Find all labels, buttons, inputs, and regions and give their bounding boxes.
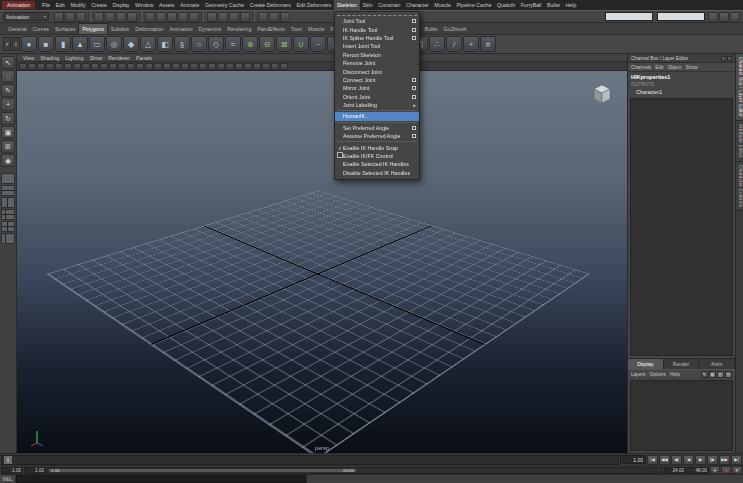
lasso-tool-icon[interactable]: ◌ [1, 70, 15, 83]
viewport-toolbar-icon[interactable] [37, 63, 45, 70]
viewport-toolbar-icon[interactable] [109, 63, 117, 70]
option-box-icon[interactable] [412, 36, 416, 40]
menu-furryball[interactable]: FurryBall [518, 0, 544, 10]
select-hierarchy-icon[interactable] [94, 12, 104, 22]
option-box-icon[interactable] [412, 86, 416, 90]
panel-menu-renderer[interactable]: Renderer [105, 55, 133, 61]
snap-grid-icon[interactable] [145, 12, 155, 22]
shelf-tab-bullet[interactable]: Bullet [422, 24, 441, 34]
viewport-toolbar-icon[interactable] [46, 63, 54, 70]
shelf-tab-surfaces[interactable]: Surfaces [52, 24, 78, 34]
shelf-menu-icon[interactable]: ≡ [12, 37, 20, 51]
menu-file[interactable]: File [39, 0, 53, 10]
viewport-toolbar-icon[interactable] [136, 63, 144, 70]
append-polygon-tool-icon[interactable]: + [463, 36, 479, 52]
animation-start-field[interactable] [1, 467, 23, 474]
select-asset-icon[interactable] [127, 12, 137, 22]
menu-skin[interactable]: Skin [360, 0, 376, 10]
panel-menu-panels[interactable]: Panels [133, 55, 155, 61]
layer-editor-tab-anim[interactable]: Anim [699, 359, 735, 369]
layer-menu-options[interactable]: Options [649, 372, 666, 377]
menu-geometry-cache[interactable]: Geometry Cache [202, 0, 247, 10]
panel-menu-view[interactable]: View [20, 55, 37, 61]
viewport-toolbar-icon[interactable] [199, 63, 207, 70]
menu-animate[interactable]: Animate [177, 0, 202, 10]
panel-menu-icon[interactable] [727, 56, 732, 61]
menu-pipeline-cache[interactable]: Pipeline Cache [454, 0, 495, 10]
option-box-icon[interactable] [412, 134, 416, 138]
menu-constrain[interactable]: Constrain [375, 0, 403, 10]
poly-combine-icon[interactable]: ⊕ [242, 36, 258, 52]
skeleton-menu-item-insert-joint-tool[interactable]: Insert Joint Tool [335, 42, 419, 50]
time-slider[interactable]: 1 [1, 455, 619, 465]
shelf-tab-rendering[interactable]: Rendering [224, 24, 254, 34]
layout-three-split-button[interactable] [1, 209, 15, 220]
skeleton-menu-item-enable-ik-handle-snap[interactable]: ✓Enable IK Handle Snap [335, 143, 419, 151]
snap-view-plane-icon[interactable] [178, 12, 188, 22]
poly-cube-icon[interactable]: ■ [38, 36, 54, 52]
soft-modification-tool-icon[interactable]: ◉ [1, 154, 15, 167]
skeleton-menu-item-ik-handle-tool[interactable]: IK Handle Tool [335, 25, 419, 33]
poly-torus-icon[interactable]: ◎ [106, 36, 122, 52]
boolean-difference-icon[interactable]: − [310, 36, 326, 52]
skeleton-menu-item-reroot-skeleton[interactable]: Reroot Skeleton [335, 51, 419, 59]
step-back-frame-button[interactable]: ◀| [671, 455, 682, 465]
shelf-tab-polygons[interactable]: Polygons [78, 23, 107, 34]
poly-sphere-icon[interactable]: ● [21, 36, 37, 52]
viewport-toolbar-icon[interactable] [100, 63, 108, 70]
quick-select-icon[interactable] [258, 12, 268, 22]
panel-menu-show[interactable]: Show [86, 55, 105, 61]
side-tab-channel-box-layer-editor[interactable]: Channel Box / Layer Editor [736, 54, 743, 121]
select-component-icon[interactable] [116, 12, 126, 22]
poly-extract-icon[interactable]: ⊠ [276, 36, 292, 52]
construction-history-icon[interactable] [207, 12, 217, 22]
viewport-toolbar-icon[interactable] [91, 63, 99, 70]
move-tool-icon[interactable]: + [1, 98, 15, 111]
pin-icon[interactable] [721, 56, 726, 61]
skeleton-menu-item-joint-tool[interactable]: Joint Tool [335, 17, 419, 25]
shelf-tab-deformation[interactable]: Deformation [132, 24, 166, 34]
channel-box-menu-object[interactable]: Object [668, 65, 682, 70]
viewport-toolbar-icon[interactable] [64, 63, 72, 70]
menu-create[interactable]: Create [88, 0, 109, 10]
animation-preferences-icon[interactable]: ≡ [732, 466, 742, 474]
playback-end-field[interactable] [664, 467, 686, 474]
select-object-icon[interactable] [105, 12, 115, 22]
viewport-toolbar-icon[interactable] [127, 63, 135, 70]
current-time-field[interactable] [620, 455, 646, 464]
skeleton-menu-item-set-preferred-angle[interactable]: Set Preferred Angle [335, 124, 419, 132]
viewport-toolbar-icon[interactable] [145, 63, 153, 70]
split-polygon-tool-icon[interactable]: / [446, 36, 462, 52]
layer-editor-tab-render[interactable]: Render [664, 359, 700, 369]
viewport-canvas[interactable]: persp [17, 71, 627, 453]
poly-helix-icon[interactable]: § [174, 36, 190, 52]
skeleton-menu-item-humanik[interactable]: HumanIK... [335, 112, 419, 120]
viewport-toolbar-icon[interactable] [280, 63, 288, 70]
poly-platonic-icon[interactable]: ◇ [208, 36, 224, 52]
make-live-icon[interactable] [189, 12, 199, 22]
menu-tearoff-handle[interactable] [337, 13, 417, 16]
poly-cylinder-icon[interactable]: ▮ [55, 36, 71, 52]
viewport-toolbar-icon[interactable] [163, 63, 171, 70]
skeleton-menu-item-joint-labelling[interactable]: Joint Labelling▸ [335, 101, 419, 109]
menu-create-deformers[interactable]: Create Deformers [247, 0, 294, 10]
step-forward-frame-button[interactable]: |▶ [707, 455, 718, 465]
layer-menu-layers[interactable]: Layers [631, 372, 645, 377]
menuset-badge[interactable]: Animation [2, 1, 35, 9]
panel-menu-shading[interactable]: Shading [37, 55, 62, 61]
shelf-tab-painteffects[interactable]: PaintEffects [254, 24, 288, 34]
go-to-end-button[interactable]: ▶| [731, 455, 742, 465]
skeleton-menu-item-orient-joint[interactable]: Orient Joint [335, 93, 419, 101]
shelf-tab-selector-icon[interactable]: ▾ [3, 37, 11, 51]
poly-cone-icon[interactable]: ▲ [72, 36, 88, 52]
skeleton-menu-item-connect-joint[interactable]: Connect Joint [335, 76, 419, 84]
viewport-toolbar-icon[interactable] [19, 63, 27, 70]
shelf-tab-toon[interactable]: Toon [288, 24, 305, 34]
new-render-layer-icon[interactable]: ▨ [725, 371, 732, 378]
channel-box-toggle-icon[interactable] [730, 12, 740, 22]
menu-window[interactable]: Window [132, 0, 156, 10]
current-frame-marker[interactable]: 1 [4, 456, 12, 464]
layer-menu-help[interactable]: Help [670, 372, 680, 377]
poly-separate-icon[interactable]: ⊖ [259, 36, 275, 52]
viewport-toolbar-icon[interactable] [208, 63, 216, 70]
